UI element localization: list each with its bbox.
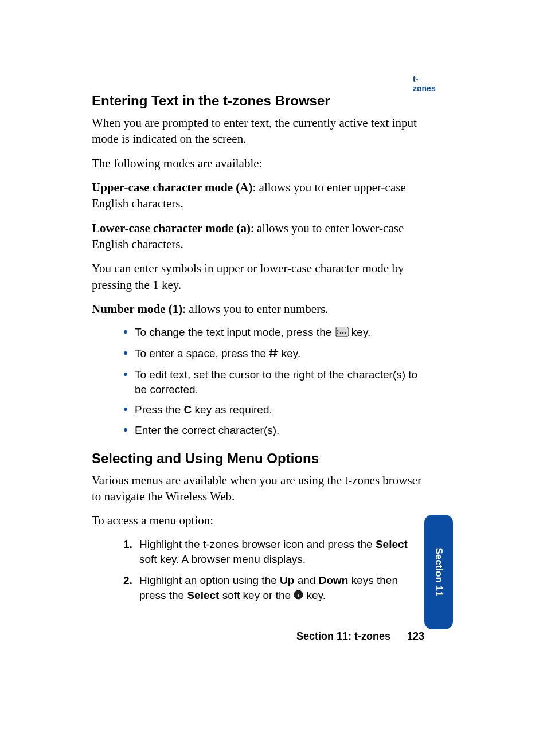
key-select-2: Select <box>187 589 219 601</box>
text-change-mode-a: To change the text input mode, press the <box>135 326 335 338</box>
bullet-edit-text: To edit text, set the cursor to the righ… <box>123 367 424 397</box>
page-footer: Section 11: t-zones 123 <box>92 630 424 643</box>
bullet-enter-correct: Enter the correct character(s). <box>123 423 424 438</box>
text-change-mode-b: key. <box>349 326 371 338</box>
footer-page-number: 123 <box>407 630 424 643</box>
text-space-b: key. <box>278 347 300 359</box>
text-press-c-b: key as required. <box>192 404 272 416</box>
para-menus-available: Various menus are available when you are… <box>92 472 424 505</box>
step-1-text-a: Highlight the t-zones browser icon and p… <box>139 538 376 550</box>
para-modes-available: The following modes are available: <box>92 155 424 171</box>
step-1: 1. Highlight the t-zones browser icon an… <box>123 537 415 567</box>
page-content: t-zones Entering Text in the t-zones Bro… <box>92 80 424 610</box>
section-tab-label: Section 11 <box>433 547 444 596</box>
para-number-mode: Number mode (1): allows you to enter num… <box>92 301 424 317</box>
para-uppercase-mode: Upper-case character mode (A): allows yo… <box>92 179 424 212</box>
label-lowercase: Lower-case character mode (a) <box>92 221 251 235</box>
svg-point-1 <box>342 332 343 334</box>
svg-point-2 <box>344 332 346 334</box>
svg-point-0 <box>339 332 341 334</box>
text-space-a: To enter a space, press the <box>135 347 269 359</box>
text-number-desc: : allows you to enter numbers. <box>182 302 328 316</box>
heading-entering-text: Entering Text in the t-zones Browser <box>92 93 424 109</box>
step-1-text-b: soft key. A browser menu displays. <box>139 553 306 565</box>
key-up: Up <box>280 574 294 586</box>
hash-key-icon <box>269 347 278 362</box>
bullet-change-mode: To change the text input mode, press the… <box>123 325 424 340</box>
para-intro: When you are prompted to enter text, the… <box>92 115 424 147</box>
step-2-text-mid: and <box>294 574 318 586</box>
heading-selecting-menu: Selecting and Using Menu Options <box>92 451 424 467</box>
running-header: t-zones <box>413 75 436 93</box>
softkey-icon <box>335 326 349 341</box>
para-lowercase-mode: Lower-case character mode (a): allows yo… <box>92 220 424 253</box>
label-number: Number mode (1) <box>92 302 182 316</box>
step-2-text-a: Highlight an option using the <box>139 574 280 586</box>
bullet-space: To enter a space, press the key. <box>123 346 424 362</box>
step-1-number: 1. <box>123 537 132 553</box>
text-press-c-a: Press the <box>135 404 184 416</box>
key-select-1: Select <box>376 538 408 550</box>
para-access-menu: To access a menu option: <box>92 512 424 528</box>
step-2-text-d: key. <box>303 589 326 601</box>
ok-key-icon: i <box>294 589 303 604</box>
step-2-number: 2. <box>123 573 132 589</box>
section-tab: Section 11 <box>424 515 453 629</box>
label-uppercase: Upper-case character mode (A) <box>92 181 253 194</box>
para-symbols: You can enter symbols in upper or lower-… <box>92 260 424 293</box>
step-2-text-c: soft key or the <box>219 589 294 601</box>
key-c: C <box>184 404 192 416</box>
key-down: Down <box>319 574 349 586</box>
footer-section-label: Section 11: t-zones <box>296 630 390 642</box>
step-2: 2. Highlight an option using the Up and … <box>123 573 415 604</box>
step-list-selecting: 1. Highlight the t-zones browser icon an… <box>92 537 424 604</box>
bullet-press-c: Press the C key as required. <box>123 402 424 417</box>
bullet-list-entering: To change the text input mode, press the… <box>92 325 424 437</box>
